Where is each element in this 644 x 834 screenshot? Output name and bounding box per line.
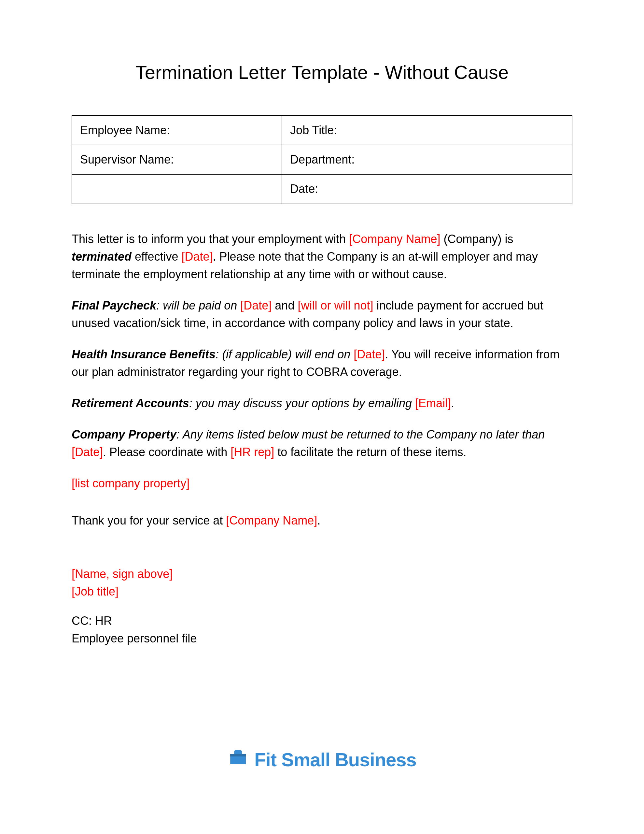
company-property-paragraph: Company Property: Any items listed below…: [72, 426, 572, 461]
date-placeholder: [Date]: [181, 250, 213, 263]
final-paycheck-paragraph: Final Paycheck: will be paid on [Date] a…: [72, 297, 572, 332]
intro-text: (Company) is: [440, 232, 513, 246]
table-row: Supervisor Name: Department:: [72, 145, 572, 174]
will-placeholder: [will or will not]: [298, 299, 373, 312]
table-row: Employee Name: Job Title:: [72, 116, 572, 145]
signature-block: [Name, sign above] [Job title]: [72, 565, 572, 600]
cc-block: CC: HR Employee personnel file: [72, 612, 572, 647]
retirement-text: .: [451, 396, 454, 410]
health-insurance-paragraph: Health Insurance Benefits: (if applicabl…: [72, 346, 572, 381]
intro-paragraph: This letter is to inform you that your e…: [72, 230, 572, 283]
footer-logo: Fit Small Business: [228, 746, 416, 773]
svg-rect-0: [230, 754, 246, 756]
thanks-text: .: [317, 514, 320, 527]
job-title-label: Job Title:: [282, 116, 572, 145]
email-placeholder: [Email]: [415, 396, 451, 410]
company-name-placeholder: [Company Name]: [349, 232, 440, 246]
final-paycheck-label: Final Paycheck: [72, 299, 156, 312]
company-property-label: Company Property: [72, 428, 176, 441]
supervisor-name-label: Supervisor Name:: [72, 145, 282, 174]
health-text: : (if applicable) will end on: [216, 348, 353, 361]
svg-rect-1: [235, 751, 241, 754]
retirement-label: Retirement Accounts: [72, 396, 189, 410]
list-property-placeholder: [list company property]: [72, 475, 572, 492]
department-label: Department:: [282, 145, 572, 174]
info-table: Employee Name: Job Title: Supervisor Nam…: [72, 115, 572, 204]
paycheck-text: and: [271, 299, 298, 312]
table-row: Date:: [72, 174, 572, 204]
paycheck-text: : will be paid on: [156, 299, 240, 312]
company-name-placeholder: [Company Name]: [226, 514, 317, 527]
date-label: Date:: [282, 174, 572, 204]
intro-text: This letter is to inform you that your e…: [72, 232, 349, 246]
cc-hr: CC: HR: [72, 612, 572, 630]
intro-text: effective: [132, 250, 181, 263]
cc-personnel-file: Employee personnel file: [72, 630, 572, 647]
terminated-word: terminated: [72, 250, 132, 263]
signature-name: [Name, sign above]: [72, 565, 572, 583]
thanks-paragraph: Thank you for your service at [Company N…: [72, 512, 572, 529]
employee-name-label: Employee Name:: [72, 116, 282, 145]
footer-brand-text: Fit Small Business: [254, 746, 416, 773]
date-placeholder: [Date]: [353, 348, 385, 361]
property-text: . Please coordinate with: [103, 445, 231, 459]
date-placeholder: [Date]: [240, 299, 271, 312]
document-title: Termination Letter Template - Without Ca…: [72, 59, 572, 86]
hr-rep-placeholder: [HR rep]: [231, 445, 274, 459]
empty-cell: [72, 174, 282, 204]
retirement-paragraph: Retirement Accounts: you may discuss you…: [72, 394, 572, 412]
property-text: : Any items listed below must be returne…: [176, 428, 545, 441]
retirement-text: : you may discuss your options by emaili…: [189, 396, 415, 410]
date-placeholder: [Date]: [72, 445, 103, 459]
health-insurance-label: Health Insurance Benefits: [72, 348, 216, 361]
signature-job-title: [Job title]: [72, 583, 572, 600]
briefcase-icon: [228, 749, 249, 770]
thanks-text: Thank you for your service at: [72, 514, 226, 527]
list-property-text: [list company property]: [72, 477, 189, 490]
property-text: to facilitate the return of these items.: [274, 445, 466, 459]
